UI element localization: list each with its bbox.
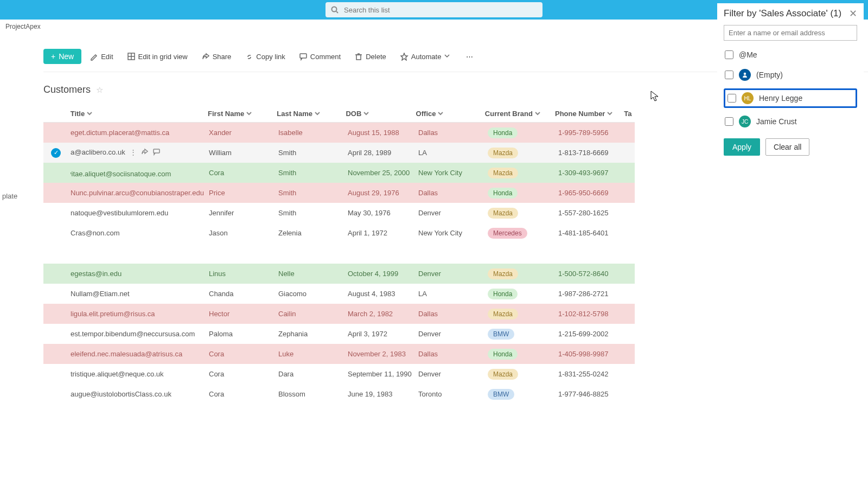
cell-first-name: Paloma <box>209 330 278 338</box>
cell-phone: 1-500-572-8640 <box>558 270 628 278</box>
column-last-name[interactable]: Last Name <box>277 110 346 118</box>
clear-all-button[interactable]: Clear all <box>765 138 809 156</box>
share-icon <box>202 53 210 61</box>
filter-search-input[interactable] <box>724 25 857 41</box>
cell-title: natoque@vestibulumlorem.edu <box>71 209 209 217</box>
table-row[interactable]: eleifend.nec.malesuada@atrisus.caCoraLuk… <box>43 344 635 364</box>
cell-title: est.tempor.bibendum@neccursusa.com <box>71 330 209 338</box>
search-box[interactable] <box>326 2 542 17</box>
cell-dob: October 4, 1999 <box>348 270 418 278</box>
table-row[interactable]: eget.dictum.placerat@mattis.caXanderIsab… <box>43 123 635 143</box>
avatar: HL <box>742 92 754 104</box>
table-row[interactable]: est.tempor.bibendum@neccursusa.comPaloma… <box>43 324 635 344</box>
trash-icon <box>355 53 363 61</box>
cell-last-name: Zephania <box>278 330 348 338</box>
cell-first-name: Cora <box>209 390 278 398</box>
cell-office: New York City <box>418 229 488 237</box>
avatar: JC <box>739 116 751 127</box>
cell-title: ligula.elit.pretium@risus.ca <box>71 310 209 318</box>
column-office[interactable]: Office <box>416 110 485 118</box>
cell-dob: November 2, 1983 <box>348 350 418 358</box>
comment-icon[interactable] <box>153 148 161 157</box>
cell-office: LA <box>418 149 488 157</box>
cell-office: Denver <box>418 330 488 338</box>
link-icon <box>245 53 253 61</box>
svg-rect-6 <box>356 55 361 60</box>
table-row[interactable]: egestas@in.eduLinusNelleOctober 4, 1999D… <box>43 264 635 284</box>
cell-first-name: William <box>209 149 278 157</box>
search-icon <box>331 6 339 14</box>
new-button[interactable]: + New <box>43 49 81 64</box>
edit-grid-button[interactable]: Edit in grid view <box>122 49 193 64</box>
filter-option-empty[interactable]: (Empty) <box>724 67 857 83</box>
cell-dob: August 15, 1988 <box>348 129 418 137</box>
cell-dob: September 11, 1990 <box>348 370 418 378</box>
table-row[interactable]: ligula.elit.pretium@risus.caHectorCailin… <box>43 304 635 324</box>
filter-option-me[interactable]: @Me <box>724 48 857 61</box>
customers-table: Title First Name Last Name DOB Office Cu… <box>43 105 635 404</box>
checkbox[interactable] <box>725 50 733 59</box>
edit-button[interactable]: Edit <box>85 49 118 64</box>
column-title[interactable]: Title <box>71 110 208 118</box>
checkbox[interactable] <box>725 71 733 79</box>
cell-phone: 1-102-812-5798 <box>558 310 628 318</box>
table-row[interactable]: tristique.aliquet@neque.co.ukCoraDaraSep… <box>43 364 635 384</box>
sidebar-item-cut: plate <box>0 190 20 202</box>
table-row[interactable]: Nunc.pulvinar.arcu@conubianostraper.eduP… <box>43 183 635 203</box>
cell-office: Dallas <box>418 129 488 137</box>
filter-panel: Filter by 'Sales Associate' (1) ✕ @Me (E… <box>717 3 864 160</box>
list-title: Customers <box>43 84 91 95</box>
checkbox[interactable] <box>727 94 736 103</box>
cell-title: Cras@non.com <box>71 229 209 237</box>
column-brand[interactable]: Current Brand <box>485 110 555 118</box>
more-button[interactable]: ⋯ <box>461 49 478 64</box>
favorite-star-icon[interactable]: ☆ <box>96 85 103 95</box>
cell-first-name: Hector <box>209 310 278 318</box>
table-row[interactable]: vitae.aliquet@sociisnatoque.comCoraSmith… <box>43 163 635 183</box>
cell-first-name: Linus <box>209 270 278 278</box>
comment-button[interactable]: Comment <box>294 49 346 64</box>
cell-phone: 1-987-286-2721 <box>558 290 628 298</box>
cell-office: Dallas <box>418 310 488 318</box>
table-row[interactable]: Cras@non.comJasonZeleniaApril 1, 1972New… <box>43 223 635 243</box>
table-row[interactable]: augue@iustolobortisClass.co.ukCoraBlosso… <box>43 384 635 404</box>
filter-option-henry[interactable]: HL Henry Legge <box>724 88 857 108</box>
cell-phone: 1-977-946-8825 <box>558 390 628 398</box>
copy-link-button[interactable]: Copy link <box>240 49 290 64</box>
table-row[interactable]: ✓a@aclibero.co.uk⋮WilliamSmithApril 28, … <box>43 143 635 163</box>
selected-check-icon[interactable]: ✓ <box>51 148 61 158</box>
automate-button[interactable]: Automate <box>395 49 458 64</box>
cell-dob: August 4, 1983 <box>348 290 418 298</box>
column-ta[interactable]: Ta <box>624 110 635 118</box>
column-phone[interactable]: Phone Number <box>555 110 624 118</box>
ellipsis-icon[interactable]: ⋮ <box>130 148 137 157</box>
filter-option-jamie[interactable]: JC Jamie Crust <box>724 113 857 130</box>
share-button[interactable]: Share <box>196 49 237 64</box>
cell-dob: April 28, 1989 <box>348 149 418 157</box>
column-first-name[interactable]: First Name <box>208 110 277 118</box>
cell-brand: Mercedes <box>488 228 558 239</box>
column-dob[interactable]: DOB <box>346 110 416 118</box>
svg-rect-5 <box>300 54 307 58</box>
search-input[interactable] <box>344 6 537 14</box>
apply-button[interactable]: Apply <box>724 138 760 156</box>
cell-phone: 1-831-255-0242 <box>558 370 628 378</box>
table-row[interactable]: natoque@vestibulumlorem.eduJenniferSmith… <box>43 203 635 223</box>
cell-office: Denver <box>418 270 488 278</box>
filter-option-label: Jamie Crust <box>756 117 797 126</box>
cell-last-name: Smith <box>278 209 348 217</box>
cell-dob: May 30, 1976 <box>348 209 418 217</box>
table-row[interactable]: Nullam@Etiam.netChandaGiacomoAugust 4, 1… <box>43 284 635 304</box>
close-icon[interactable]: ✕ <box>849 8 857 20</box>
delete-button[interactable]: Delete <box>349 49 392 64</box>
cell-dob: June 19, 1983 <box>348 390 418 398</box>
cell-last-name: Smith <box>278 149 348 157</box>
checkbox[interactable] <box>725 117 733 126</box>
chevron-down-icon <box>444 53 452 61</box>
svg-point-11 <box>744 73 746 75</box>
svg-point-0 <box>332 7 337 12</box>
filter-option-label: Henry Legge <box>759 94 802 103</box>
share-icon[interactable] <box>141 148 149 157</box>
cell-last-name: Cailin <box>278 310 348 318</box>
filter-title: Filter by 'Sales Associate' (1) <box>724 8 841 20</box>
